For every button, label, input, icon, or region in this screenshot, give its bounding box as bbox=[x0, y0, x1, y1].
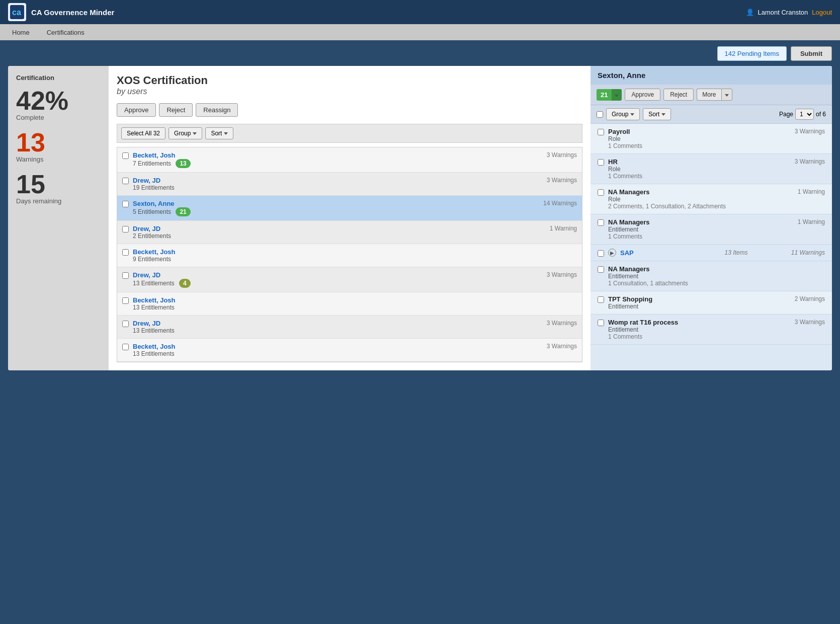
more-button[interactable]: More bbox=[697, 89, 721, 101]
nav-certifications[interactable]: Certifications bbox=[39, 27, 93, 38]
user-checkbox[interactable] bbox=[122, 178, 129, 184]
user-list: Beckett, Josh 7 Entitlements 13 3 Warnin… bbox=[117, 147, 582, 362]
right-select-all-checkbox[interactable] bbox=[597, 111, 603, 118]
right-approve-button[interactable]: Approve bbox=[625, 89, 660, 101]
app-title: CA Governence Minder bbox=[31, 8, 114, 17]
user-entitlements: 13 Entitlements bbox=[133, 327, 547, 334]
approve-button[interactable]: Approve bbox=[117, 103, 156, 117]
sap-row[interactable]: ▶ SAP 13 Items 11 Warnings bbox=[591, 245, 832, 261]
reject-button[interactable]: Reject bbox=[159, 103, 193, 117]
user-badge: 21 bbox=[176, 207, 190, 216]
user-name[interactable]: Beckett, Josh bbox=[133, 248, 577, 256]
sort-button[interactable]: Sort bbox=[205, 127, 233, 139]
reassign-button[interactable]: Reassign bbox=[196, 103, 238, 117]
entitlement-comments: 1 Comments bbox=[608, 173, 795, 180]
count-dropdown[interactable] bbox=[612, 89, 622, 101]
user-info: Beckett, Josh 7 Entitlements 13 bbox=[133, 151, 547, 168]
page-of: of 6 bbox=[816, 111, 826, 118]
entitlement-warnings: 3 Warnings bbox=[795, 158, 825, 165]
entitlement-row[interactable]: NA Managers Role 2 Comments, 1 Consultat… bbox=[591, 184, 832, 214]
user-entitlements: 7 Entitlements 13 bbox=[133, 159, 547, 168]
entitlement-info: Womp rat T16 process Entitlement 1 Comme… bbox=[608, 319, 795, 340]
sap-name[interactable]: SAP bbox=[620, 249, 721, 257]
entitlement-checkbox[interactable] bbox=[598, 129, 604, 135]
select-all-button[interactable]: Select All 32 bbox=[121, 127, 165, 139]
entitlement-row[interactable]: Womp rat T16 process Entitlement 1 Comme… bbox=[591, 315, 832, 345]
user-name[interactable]: Beckett, Josh bbox=[133, 296, 577, 304]
user-name[interactable]: Drew, JD bbox=[133, 320, 547, 327]
user-info: Drew, JD 13 Entitlements 4 bbox=[133, 271, 547, 288]
user-checkbox[interactable] bbox=[122, 152, 129, 159]
user-row-selected[interactable]: Sexton, Anne 5 Entitlements 21 14 Warnin… bbox=[117, 196, 582, 221]
sap-expand-icon[interactable]: ▶ bbox=[608, 249, 616, 257]
user-row[interactable]: Beckett, Josh 9 Entitlements bbox=[117, 244, 582, 267]
right-group-chevron-icon bbox=[630, 113, 634, 116]
entitlement-row[interactable]: NA Managers Entitlement 1 Consultation, … bbox=[591, 261, 832, 291]
sidebar-title: Certification bbox=[16, 74, 101, 82]
entitlement-checkbox[interactable] bbox=[598, 189, 604, 196]
user-name[interactable]: Drew, JD bbox=[133, 177, 547, 184]
entitlement-name: TPT Shopping bbox=[608, 295, 795, 303]
nav-home[interactable]: Home bbox=[4, 27, 38, 38]
entitlement-checkbox[interactable] bbox=[598, 219, 604, 226]
right-group-button[interactable]: Group bbox=[606, 108, 640, 120]
list-controls: Select All 32 Group Sort bbox=[117, 124, 582, 143]
user-name[interactable]: Drew, JD bbox=[133, 225, 550, 232]
logout-link[interactable]: Logout bbox=[812, 9, 832, 16]
user-row[interactable]: Drew, JD 19 Entitlements 3 Warnings bbox=[117, 173, 582, 196]
sort-chevron-icon bbox=[224, 132, 228, 135]
entitlement-comments: 1 Comments bbox=[608, 333, 795, 340]
logo-area: ca CA Governence Minder bbox=[8, 3, 114, 21]
entitlement-name: Womp rat T16 process bbox=[608, 319, 795, 326]
entitlement-comments: 1 Comments bbox=[608, 142, 795, 149]
sap-checkbox[interactable] bbox=[598, 250, 604, 257]
user-row[interactable]: Beckett, Josh 13 Entitlements bbox=[117, 292, 582, 316]
sidebar-days-count: 15 bbox=[16, 171, 101, 197]
entitlement-checkbox[interactable] bbox=[598, 320, 604, 326]
user-warnings: 3 Warnings bbox=[547, 177, 577, 184]
right-reject-button[interactable]: Reject bbox=[663, 89, 694, 101]
entitlement-row[interactable]: HR Role 1 Comments 3 Warnings bbox=[591, 154, 832, 184]
user-info: Drew, JD 2 Entitlements bbox=[133, 225, 550, 240]
entitlement-row[interactable]: TPT Shopping Entitlement 2 Warnings bbox=[591, 291, 832, 315]
user-row[interactable]: Drew, JD 2 Entitlements 1 Warning bbox=[117, 221, 582, 244]
user-row[interactable]: Drew, JD 13 Entitlements 4 3 Warnings bbox=[117, 267, 582, 292]
more-dropdown-button[interactable] bbox=[721, 89, 732, 101]
user-checkbox[interactable] bbox=[122, 297, 129, 304]
user-row[interactable]: Drew, JD 13 Entitlements 3 Warnings bbox=[117, 316, 582, 339]
submit-button[interactable]: Submit bbox=[791, 46, 832, 61]
entitlement-checkbox[interactable] bbox=[598, 159, 604, 166]
entitlement-row[interactable]: NA Managers Entitlement 1 Comments 1 War… bbox=[591, 214, 832, 245]
entitlement-type: Entitlement bbox=[608, 273, 825, 280]
entitlement-warnings: 2 Warnings bbox=[795, 295, 825, 302]
user-entitlements: 13 Entitlements bbox=[133, 350, 547, 357]
count-badge: 21 bbox=[597, 89, 622, 101]
entitlement-row[interactable]: Payroll Role 1 Comments 3 Warnings bbox=[591, 124, 832, 154]
user-checkbox[interactable] bbox=[122, 272, 129, 279]
right-sort-button[interactable]: Sort bbox=[643, 108, 671, 120]
user-name[interactable]: Drew, JD bbox=[133, 271, 547, 279]
entitlement-info: NA Managers Role 2 Comments, 1 Consultat… bbox=[608, 188, 798, 210]
count-chevron-icon bbox=[615, 95, 619, 97]
user-row[interactable]: Beckett, Josh 13 Entitlements 3 Warnings bbox=[117, 339, 582, 362]
page-select[interactable]: 123456 bbox=[795, 109, 814, 120]
right-panel-header: Sexton, Anne bbox=[591, 66, 832, 85]
count-number: 21 bbox=[597, 89, 612, 101]
user-checkbox[interactable] bbox=[122, 201, 129, 207]
user-name[interactable]: Beckett, Josh bbox=[133, 151, 547, 159]
user-name[interactable]: Sexton, Anne bbox=[133, 200, 543, 207]
user-checkbox[interactable] bbox=[122, 344, 129, 350]
right-sub-controls: Group Sort Page 123456 of 6 bbox=[591, 105, 832, 124]
pending-items-button[interactable]: 142 Pending Items bbox=[717, 46, 787, 61]
entitlement-warnings: 1 Warning bbox=[798, 188, 825, 195]
entitlement-checkbox[interactable] bbox=[598, 296, 604, 303]
user-checkbox[interactable] bbox=[122, 249, 129, 256]
main-area: 142 Pending Items Submit Certification 4… bbox=[0, 40, 840, 376]
entitlement-checkbox[interactable] bbox=[598, 266, 604, 273]
user-checkbox[interactable] bbox=[122, 226, 129, 232]
user-row[interactable]: Beckett, Josh 7 Entitlements 13 3 Warnin… bbox=[117, 147, 582, 173]
right-group-label: Group bbox=[612, 111, 628, 118]
user-name[interactable]: Beckett, Josh bbox=[133, 343, 547, 350]
group-button[interactable]: Group bbox=[169, 127, 202, 139]
user-checkbox[interactable] bbox=[122, 321, 129, 327]
